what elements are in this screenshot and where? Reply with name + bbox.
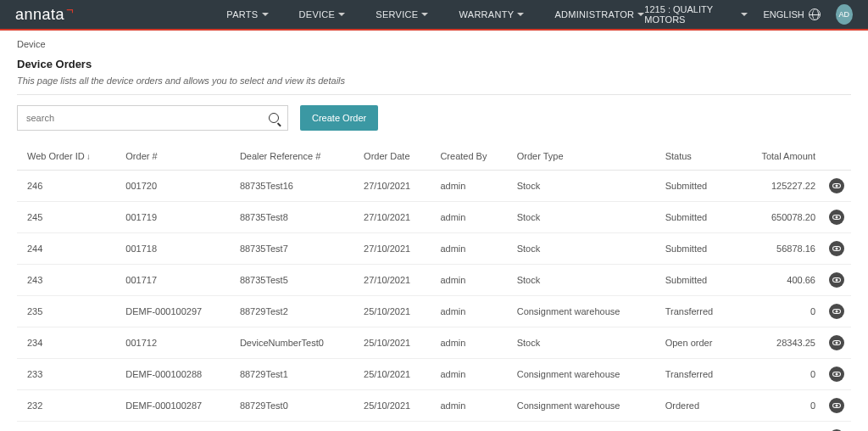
cell-created-by: admin [433, 327, 509, 359]
chevron-down-icon [338, 13, 345, 16]
cell-order-type: Stock [510, 422, 659, 432]
cell-dealer-ref: 88735Test8 [233, 202, 357, 233]
table-row[interactable]: 24500171988735Test827/10/2021adminStockS… [17, 202, 851, 233]
cell-total: 28430.61 [737, 422, 822, 432]
table-row[interactable]: 235DEMF-00010029788729Test225/10/2021adm… [17, 296, 851, 327]
nav-item-administrator[interactable]: ADMINISTRATOR [554, 9, 644, 20]
cell-created-by: admin [433, 296, 509, 327]
cell-created-by: admin [433, 390, 509, 422]
cell-web-order-id: 232 [17, 390, 119, 422]
nav-item-device[interactable]: DEVICE [299, 9, 346, 20]
cell-status: Open order [659, 422, 737, 432]
view-icon[interactable] [829, 335, 844, 350]
col-order-date[interactable]: Order Date [357, 143, 433, 171]
view-icon[interactable] [829, 210, 844, 225]
view-icon[interactable] [829, 272, 844, 288]
page-title: Device Orders [17, 58, 851, 70]
cell-order-no: 001717 [119, 265, 233, 296]
cell-order-date: 25/10/2021 [357, 296, 433, 327]
sort-down-icon: ↓ [86, 152, 91, 161]
table-row[interactable]: 24600172088735Test1627/10/2021adminStock… [17, 171, 851, 202]
cell-status: Submitted [659, 202, 737, 233]
table-row[interactable]: 234001712DeviceNumberTest025/10/2021admi… [17, 327, 851, 359]
cell-order-date: 27/10/2021 [357, 171, 433, 202]
search-icon[interactable] [269, 113, 279, 123]
table-row[interactable]: 23100171121/10/2021adminStockOpen order2… [17, 422, 851, 432]
cell-status: Submitted [659, 171, 737, 202]
main-nav: PARTSDEVICESERVICEWARRANTYADMINISTRATOR [226, 9, 644, 20]
topbar: annata¬ PARTSDEVICESERVICEWARRANTYADMINI… [0, 0, 868, 29]
right-nav: 1215 : QUALITY MOTORS ENGLISH AD [644, 4, 853, 25]
globe-icon [809, 8, 821, 20]
cell-order-date: 27/10/2021 [357, 233, 433, 265]
col-total[interactable]: Total Amount [737, 143, 822, 171]
cell-dealer-ref: 88729Test0 [233, 390, 357, 422]
cell-order-type: Stock [510, 327, 659, 359]
cell-web-order-id: 245 [17, 202, 119, 233]
nav-item-warranty[interactable]: WARRANTY [459, 9, 524, 20]
cell-total: 0 [737, 359, 822, 390]
cell-dealer-ref: 88729Test2 [233, 296, 357, 327]
avatar[interactable]: AD [836, 4, 853, 25]
divider [17, 94, 851, 95]
cell-dealer-ref: 88729Test1 [233, 359, 357, 390]
cell-status: Open order [659, 327, 737, 359]
cell-web-order-id: 246 [17, 171, 119, 202]
cell-order-type: Stock [510, 265, 659, 296]
language-selector[interactable]: ENGLISH [763, 8, 820, 20]
view-icon[interactable] [829, 398, 844, 413]
create-order-button[interactable]: Create Order [300, 105, 378, 131]
view-icon[interactable] [829, 304, 844, 319]
chevron-down-icon [741, 13, 748, 16]
logo[interactable]: annata¬ [15, 6, 74, 24]
col-dealer-ref[interactable]: Dealer Reference # [233, 143, 357, 171]
cell-status: Ordered [659, 390, 737, 422]
col-order-type[interactable]: Order Type [510, 143, 659, 171]
table-row[interactable]: 24300171788735Test527/10/2021adminStockS… [17, 265, 851, 296]
cell-dealer-ref [233, 422, 357, 432]
cell-order-date: 25/10/2021 [357, 327, 433, 359]
table-row[interactable]: 233DEMF-00010028888729Test125/10/2021adm… [17, 359, 851, 390]
cell-status: Transferred [659, 296, 737, 327]
nav-item-parts[interactable]: PARTS [226, 9, 268, 20]
cell-order-type: Stock [510, 233, 659, 265]
cell-web-order-id: 244 [17, 233, 119, 265]
logo-accent-icon: ¬ [66, 3, 74, 17]
page-subtitle: This page lists all the device orders an… [17, 76, 851, 86]
col-status[interactable]: Status [659, 143, 737, 171]
cell-dealer-ref: 88735Test5 [233, 265, 357, 296]
view-icon[interactable] [829, 241, 844, 256]
cell-order-type: Stock [510, 171, 659, 202]
col-created-by[interactable]: Created By [433, 143, 509, 171]
cell-total: 0 [737, 296, 822, 327]
cell-web-order-id: 235 [17, 296, 119, 327]
cell-order-no: 001719 [119, 202, 233, 233]
col-order-no[interactable]: Order # [119, 143, 233, 171]
view-icon[interactable] [829, 367, 844, 382]
cell-created-by: admin [433, 233, 509, 265]
cell-order-date: 21/10/2021 [357, 422, 433, 432]
cell-order-date: 27/10/2021 [357, 202, 433, 233]
dealer-selector[interactable]: 1215 : QUALITY MOTORS [644, 4, 748, 25]
nav-item-service[interactable]: SERVICE [376, 9, 428, 20]
view-icon[interactable] [829, 178, 844, 193]
table-row[interactable]: 232DEMF-00010028788729Test025/10/2021adm… [17, 390, 851, 422]
table-row[interactable]: 24400171888735Test727/10/2021adminStockS… [17, 233, 851, 265]
cell-created-by: admin [433, 171, 509, 202]
chevron-down-icon [421, 13, 428, 16]
cell-total: 125227.22 [737, 171, 822, 202]
chevron-down-icon [517, 13, 524, 16]
cell-order-type: Stock [510, 202, 659, 233]
search-input[interactable] [26, 113, 269, 123]
cell-order-no: DEMF-000100288 [119, 359, 233, 390]
cell-order-type: Consignment warehouse [510, 296, 659, 327]
cell-created-by: admin [433, 422, 509, 432]
col-web-order-id[interactable]: Web Order ID↓ [17, 143, 119, 171]
cell-dealer-ref: 88735Test7 [233, 233, 357, 265]
col-actions [822, 143, 851, 171]
cell-order-date: 25/10/2021 [357, 390, 433, 422]
cell-order-no: DEMF-000100287 [119, 390, 233, 422]
cell-order-no: DEMF-000100297 [119, 296, 233, 327]
search-box [17, 105, 288, 131]
chevron-down-icon [637, 13, 644, 16]
